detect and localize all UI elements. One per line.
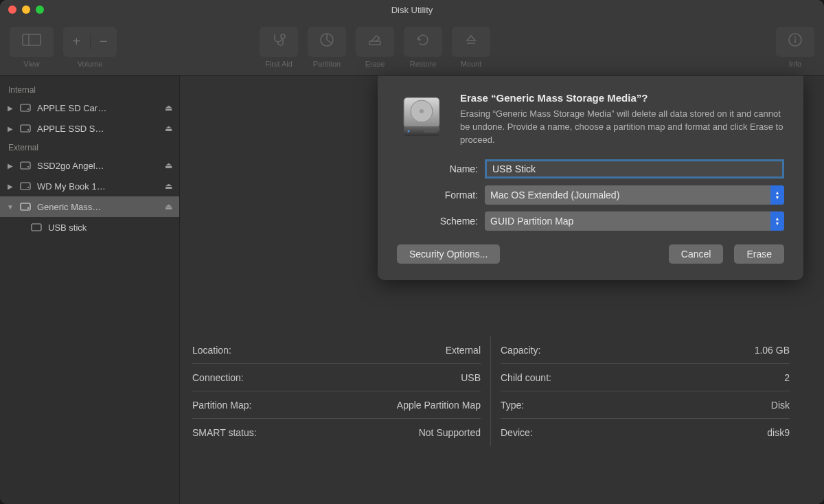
disclosure-triangle-icon[interactable]: ▶	[7, 162, 14, 170]
volume-add-button[interactable]: +	[63, 34, 91, 49]
toolbar-partition-group: Partition	[308, 27, 346, 68]
scheme-label: Scheme:	[397, 216, 485, 227]
format-value: Mac OS Extended (Journaled)	[490, 190, 619, 201]
eject-icon[interactable]: ⏏	[165, 161, 172, 170]
security-options-button[interactable]: Security Options...	[397, 244, 500, 264]
volume-buttons: + −	[63, 27, 117, 57]
pie-icon	[319, 32, 334, 51]
svg-line-5	[327, 40, 332, 43]
sidebar-item-label: WD My Book 1…	[37, 181, 159, 192]
erase-button[interactable]	[356, 27, 394, 57]
restore-button[interactable]	[404, 27, 442, 57]
detail-label: Connection:	[192, 372, 244, 383]
chevron-up-down-icon: ▲▼	[770, 211, 784, 231]
sidebar: Internal ▶ APPLE SD Car… ⏏ ▶ APPLE SSD S…	[0, 76, 180, 504]
svg-point-24	[420, 109, 424, 113]
chevron-up-down-icon: ▲▼	[770, 185, 784, 205]
detail-label: Type:	[501, 400, 524, 411]
window-title: Disk Utility	[391, 5, 433, 15]
detail-label: Capacity:	[501, 345, 540, 356]
details-column-left: Location: External Connection: USB Parti…	[192, 336, 491, 446]
eject-icon[interactable]: ⏏	[165, 202, 172, 211]
svg-point-18	[27, 187, 29, 188]
external-disk-icon	[19, 180, 32, 192]
sidebar-item-label: SSD2go Angel…	[37, 161, 159, 171]
svg-rect-0	[23, 34, 41, 45]
plus-icon: +	[72, 34, 80, 49]
restore-icon	[415, 32, 431, 51]
volume-label: Volume	[78, 60, 103, 68]
disclosure-triangle-icon[interactable]: ▶	[7, 104, 14, 112]
close-window-button[interactable]	[8, 5, 16, 14]
mount-label: Mount	[461, 60, 482, 68]
detail-value: 1.06 GB	[755, 345, 790, 356]
detail-label: Partition Map:	[192, 400, 251, 411]
erase-label: Erase	[365, 60, 385, 68]
detail-label: Child count:	[501, 372, 551, 383]
internal-disk-icon	[19, 102, 32, 114]
disk-utility-window: Disk Utility View + − Volume	[0, 0, 824, 504]
svg-rect-17	[21, 183, 30, 190]
volume-remove-button[interactable]: −	[91, 34, 117, 49]
sidebar-item-internal-1[interactable]: ▶ APPLE SSD S… ⏏	[0, 118, 179, 139]
erase-confirm-button[interactable]: Erase	[734, 244, 784, 264]
svg-point-14	[27, 129, 29, 130]
form-row-scheme: Scheme: GUID Partition Map ▲▼	[397, 211, 784, 231]
toolbar-erase-group: Erase	[356, 27, 394, 68]
erase-dialog: Erase “Generic Mass Storage Media”? Eras…	[378, 76, 803, 280]
dialog-header: Erase “Generic Mass Storage Media”? Eras…	[397, 92, 784, 147]
external-disk-icon	[19, 159, 32, 172]
toolbar: View + − Volume First Aid P	[0, 19, 824, 76]
format-select[interactable]: Mac OS Extended (Journaled) ▲▼	[485, 185, 784, 205]
zoom-window-button[interactable]	[36, 5, 44, 14]
svg-point-16	[27, 166, 29, 168]
sidebar-item-external-0[interactable]: ▶ SSD2go Angel… ⏏	[0, 155, 179, 176]
form-row-name: Name:	[397, 159, 784, 179]
sidebar-item-external-2[interactable]: ▼ Generic Mass… ⏏	[0, 196, 179, 217]
svg-rect-15	[21, 162, 30, 169]
detail-row-partition-map: Partition Map: Apple Partition Map	[192, 391, 481, 419]
scheme-select[interactable]: GUID Partition Map ▲▼	[485, 211, 784, 231]
first-aid-button[interactable]	[260, 27, 298, 57]
restore-label: Restore	[410, 60, 437, 68]
toolbar-firstaid-group: First Aid	[260, 27, 298, 68]
svg-rect-13	[21, 125, 30, 132]
name-input[interactable]	[485, 159, 784, 179]
svg-rect-11	[21, 104, 30, 111]
view-label: View	[23, 60, 40, 68]
svg-point-26	[408, 130, 410, 133]
sidebar-item-child-0[interactable]: USB stick	[0, 217, 179, 238]
cancel-button[interactable]: Cancel	[669, 244, 724, 264]
partition-button[interactable]	[308, 27, 346, 57]
minus-icon: −	[100, 34, 108, 49]
sidebar-heading-internal: Internal	[0, 81, 179, 98]
detail-value: Apple Partition Map	[397, 400, 481, 411]
detail-row-child-count: Child count: 2	[501, 364, 790, 391]
dialog-description: Erasing “Generic Mass Storage Media” wil…	[460, 108, 784, 147]
content-area: Internal ▶ APPLE SD Car… ⏏ ▶ APPLE SSD S…	[0, 76, 824, 504]
svg-point-20	[27, 207, 29, 209]
detail-label: SMART status:	[192, 427, 257, 438]
traffic-lights	[8, 5, 44, 14]
detail-value: 2	[784, 372, 790, 383]
eject-icon[interactable]: ⏏	[165, 124, 172, 133]
toolbar-info-group: Info	[776, 27, 814, 68]
sidebar-item-internal-0[interactable]: ▶ APPLE SD Car… ⏏	[0, 98, 179, 118]
minimize-window-button[interactable]	[22, 5, 30, 14]
eject-icon[interactable]: ⏏	[165, 103, 172, 113]
disclosure-triangle-icon[interactable]: ▶	[7, 183, 14, 190]
detail-value: Disk	[771, 400, 790, 411]
disclosure-triangle-icon[interactable]: ▶	[7, 125, 14, 133]
sidebar-item-external-1[interactable]: ▶ WD My Book 1… ⏏	[0, 176, 179, 196]
view-button[interactable]	[10, 27, 54, 57]
mount-button[interactable]	[452, 27, 490, 57]
info-button[interactable]	[776, 27, 814, 57]
eject-icon[interactable]: ⏏	[165, 181, 172, 191]
dialog-button-row: Security Options... Cancel Erase	[397, 244, 784, 264]
detail-value: External	[446, 345, 481, 356]
disclosure-triangle-icon[interactable]: ▼	[7, 203, 14, 211]
toolbar-volume-group: + − Volume	[63, 27, 117, 68]
detail-value: Not Supported	[419, 427, 481, 438]
svg-point-9	[794, 36, 796, 38]
mount-icon	[464, 32, 479, 51]
